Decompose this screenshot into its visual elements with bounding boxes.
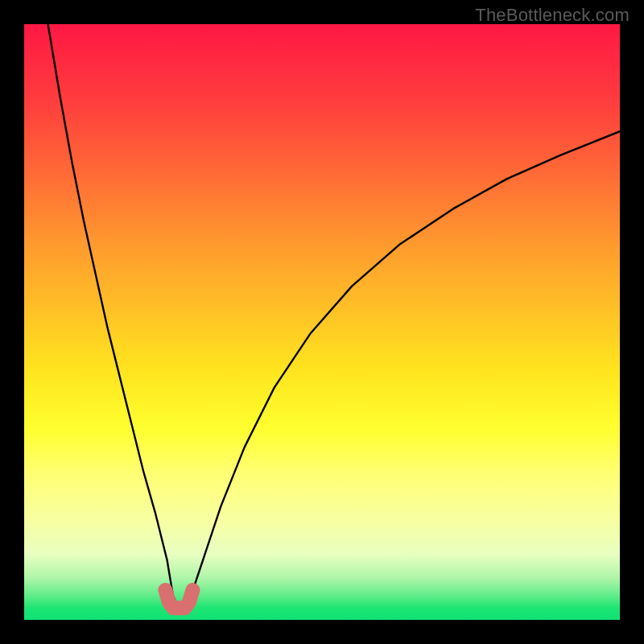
highlight-segment [165, 590, 192, 608]
chart-svg [24, 24, 620, 620]
watermark-text: TheBottleneck.com [475, 5, 630, 26]
bottleneck-curve [48, 24, 620, 608]
plot-area [24, 24, 620, 620]
